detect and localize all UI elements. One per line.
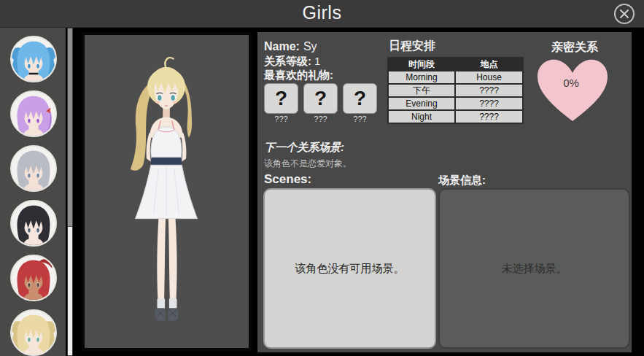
schedule-cell: ???? bbox=[456, 111, 522, 123]
favorite-gifts-label: 最喜欢的礼物: bbox=[264, 69, 333, 82]
intimacy-heart: 0% bbox=[535, 57, 610, 124]
scene-info-label: 场景信息: bbox=[438, 174, 486, 187]
schedule-cell: ???? bbox=[456, 85, 522, 96]
title-bar: Girls bbox=[0, 0, 644, 28]
character-name-line: Name:Sy bbox=[264, 40, 317, 53]
scenes-empty-message: 该角色没有可用场景。 bbox=[295, 262, 405, 276]
next-scene-text: 该角色不是恋爱对象。 bbox=[264, 158, 352, 170]
character-portrait-girl bbox=[85, 35, 249, 348]
intimacy-title: 亲密关系 bbox=[538, 40, 611, 55]
name-value: Sy bbox=[303, 40, 317, 53]
avatar-list bbox=[0, 28, 66, 356]
avatar-girl-icon bbox=[12, 37, 55, 81]
question-mark-icon: ? bbox=[314, 88, 327, 109]
avatar-girl-icon bbox=[12, 147, 55, 190]
schedule-cell: Evening bbox=[389, 98, 454, 109]
schedule-table: 时间段 地点 Morning House 下午 ???? Evening ???… bbox=[387, 57, 524, 124]
level-value: 1 bbox=[314, 55, 320, 67]
gift-caption-3: ??? bbox=[343, 115, 377, 123]
question-mark-icon: ? bbox=[354, 88, 366, 109]
schedule-cell: House bbox=[456, 71, 522, 83]
avatar-girl-icon bbox=[12, 256, 55, 300]
name-label: Name: bbox=[264, 40, 300, 53]
schedule-title: 日程安排 bbox=[389, 39, 435, 54]
avatar-girl-icon bbox=[12, 311, 55, 355]
avatar-scrollbar[interactable] bbox=[67, 28, 73, 356]
next-scene-label: 下一个关系场景: bbox=[264, 141, 344, 155]
gift-caption-1: ??? bbox=[264, 115, 298, 123]
sidebar-avatar-blonde-pigtails[interactable] bbox=[10, 309, 57, 356]
schedule-cell: 下午 bbox=[389, 85, 454, 96]
relationship-level-line: 关系等级:1 bbox=[264, 55, 320, 69]
girls-menu-screen: Girls bbox=[0, 0, 644, 356]
schedule-header-location: 地点 bbox=[456, 58, 522, 70]
schedule-cell: Morning bbox=[389, 71, 454, 83]
gift-slot-1[interactable]: ? bbox=[264, 83, 298, 114]
sidebar-avatar-silver-long[interactable] bbox=[10, 145, 57, 192]
question-mark-icon: ? bbox=[275, 88, 287, 109]
scenes-list-panel: 该角色没有可用场景。 bbox=[263, 188, 436, 349]
gift-slot-3[interactable]: ? bbox=[343, 83, 377, 114]
sidebar-avatar-purple-ponytail[interactable] bbox=[10, 90, 57, 137]
avatar-girl-icon bbox=[12, 92, 55, 136]
avatar-girl-icon bbox=[12, 201, 55, 245]
gift-slot-2[interactable]: ? bbox=[303, 83, 338, 114]
intimacy-percent: 0% bbox=[563, 77, 579, 89]
scrollbar-thumb[interactable] bbox=[68, 28, 72, 227]
character-portrait-panel bbox=[82, 32, 252, 351]
circle-x-icon bbox=[613, 3, 635, 25]
close-button[interactable] bbox=[613, 3, 635, 25]
sidebar-avatar-red-ponytail[interactable] bbox=[10, 255, 57, 301]
level-label: 关系等级: bbox=[264, 55, 311, 67]
character-info-panel: Name:Sy 关系等级:1 最喜欢的礼物: ? ? ? ??? ??? ???… bbox=[257, 32, 632, 352]
scenes-label: Scenes: bbox=[264, 172, 311, 187]
page-title: Girls bbox=[0, 2, 644, 23]
scene-info-empty-message: 未选择场景。 bbox=[502, 262, 567, 276]
sidebar-avatar-black-long[interactable] bbox=[10, 200, 57, 247]
heart-icon: 0% bbox=[535, 57, 610, 124]
sidebar-avatar-blue-twintails[interactable] bbox=[10, 36, 57, 82]
scene-info-panel: 未选择场景。 bbox=[438, 188, 630, 349]
gift-caption-2: ??? bbox=[303, 115, 338, 123]
schedule-cell: ???? bbox=[456, 98, 522, 109]
schedule-cell: Night bbox=[389, 111, 454, 123]
schedule-header-time: 时间段 bbox=[389, 58, 454, 70]
